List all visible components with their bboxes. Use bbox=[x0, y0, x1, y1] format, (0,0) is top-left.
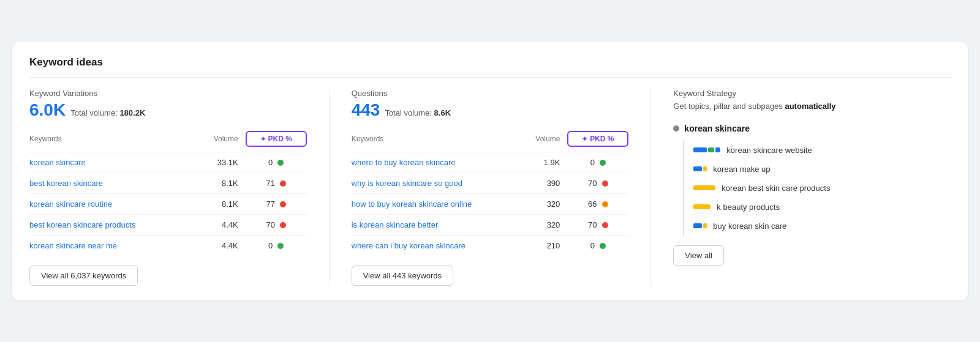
variations-section: Keyword Variations 6.0K Total volume: 18… bbox=[29, 89, 330, 286]
strategy-item: buy korean skin care bbox=[684, 217, 951, 236]
bar-segment bbox=[693, 185, 715, 190]
volume-value: 1.9K bbox=[523, 158, 560, 167]
questions-stat: 443 Total volume: 8.6K bbox=[352, 100, 629, 120]
pkd-number: 0 bbox=[590, 158, 595, 167]
strategy-item-label: buy korean skin care bbox=[713, 221, 786, 231]
pkd-dot-icon bbox=[600, 160, 606, 166]
bar-segment bbox=[703, 166, 707, 171]
volume-value: 8.1K bbox=[202, 199, 238, 209]
questions-label: Questions bbox=[352, 89, 629, 98]
keyword-link[interactable]: korean skincare bbox=[29, 158, 202, 167]
pkd-dot-icon bbox=[602, 201, 608, 207]
pkd-cell: 0 bbox=[246, 241, 307, 250]
pkd-dot-icon bbox=[280, 201, 286, 207]
card-title: Keyword ideas bbox=[29, 56, 951, 78]
questions-col-volume: Volume bbox=[523, 135, 560, 143]
keyword-link[interactable]: best korean skincare products bbox=[29, 220, 202, 229]
volume-value: 33.1K bbox=[202, 158, 238, 167]
volume-value: 210 bbox=[523, 241, 560, 250]
keyword-link[interactable]: where to buy korean skincare bbox=[352, 158, 524, 167]
table-row: korean skincare near me 4.4K 0 bbox=[29, 236, 307, 256]
variations-count: 6.0K bbox=[29, 100, 66, 120]
pkd-dot-icon bbox=[602, 180, 608, 187]
table-row: best korean skincare 8.1K 71 bbox=[29, 173, 307, 194]
strategy-label: Keyword Strategy bbox=[673, 89, 951, 98]
variations-label: Keyword Variations bbox=[29, 89, 307, 98]
bar-chart bbox=[693, 166, 707, 171]
root-label: korean skincare bbox=[684, 124, 750, 133]
pkd-cell: 70 bbox=[567, 179, 628, 188]
pkd-number: 66 bbox=[588, 199, 597, 209]
questions-count: 443 bbox=[352, 100, 380, 120]
table-row: where can i buy korean skincare 210 0 bbox=[352, 236, 629, 256]
table-row: how to buy korean skincare online 320 66 bbox=[352, 194, 629, 215]
keyword-link[interactable]: how to buy korean skincare online bbox=[352, 199, 524, 209]
strategy-item-label: korean best skin care products bbox=[722, 184, 830, 193]
keyword-link[interactable]: where can i buy korean skincare bbox=[352, 241, 524, 250]
questions-table: Keywords Volume ✦ PKD % where to buy kor… bbox=[352, 131, 629, 256]
table-row: why is korean skincare so good 390 70 bbox=[352, 173, 629, 194]
keyword-link[interactable]: why is korean skincare so good bbox=[352, 179, 524, 188]
bar-segment bbox=[693, 223, 702, 228]
volume-value: 320 bbox=[523, 220, 560, 229]
pkd-icon-v: ✦ bbox=[260, 135, 266, 143]
bar-chart bbox=[693, 204, 710, 209]
pkd-cell: 70 bbox=[567, 220, 628, 229]
strategy-item-label: korean skincare website bbox=[726, 146, 812, 155]
keyword-link[interactable]: best korean skincare bbox=[29, 179, 202, 188]
variations-stat: 6.0K Total volume: 180.2K bbox=[29, 100, 307, 120]
root-dot-icon bbox=[673, 125, 679, 132]
variations-table-header: Keywords Volume ✦ PKD % bbox=[29, 131, 307, 152]
volume-value: 390 bbox=[523, 179, 560, 188]
variations-volume: Total volume: 180.2K bbox=[70, 108, 145, 117]
keyword-ideas-card: Keyword ideas Keyword Variations 6.0K To… bbox=[12, 42, 968, 300]
pkd-cell: 77 bbox=[246, 199, 307, 209]
questions-col-pkd: ✦ PKD % bbox=[567, 131, 628, 147]
questions-volume: Total volume: 8.6K bbox=[385, 108, 451, 117]
keyword-link[interactable]: korean skincare routine bbox=[29, 199, 202, 209]
volume-value: 4.4K bbox=[202, 220, 238, 229]
variations-view-all-button[interactable]: View all 6,037 keywords bbox=[29, 266, 138, 286]
pkd-icon-q: ✦ bbox=[582, 135, 587, 143]
questions-view-all-button[interactable]: View all 443 keywords bbox=[352, 266, 453, 286]
strategy-section: Keyword Strategy Get topics, pillar and … bbox=[673, 89, 951, 286]
pkd-dot-icon bbox=[277, 243, 284, 249]
pkd-number: 77 bbox=[266, 199, 274, 209]
table-row: korean skincare routine 8.1K 77 bbox=[29, 194, 307, 215]
pkd-number: 0 bbox=[590, 241, 595, 250]
pkd-cell: 0 bbox=[567, 241, 628, 250]
pkd-dot-icon bbox=[602, 222, 608, 228]
bar-segment bbox=[703, 223, 707, 228]
table-row: is korean skincare better 320 70 bbox=[352, 215, 629, 236]
strategy-items: korean skincare website korean make up k… bbox=[683, 141, 951, 236]
keyword-link[interactable]: korean skincare near me bbox=[29, 241, 202, 250]
bar-segment bbox=[708, 147, 714, 152]
bar-chart bbox=[693, 223, 707, 228]
bar-segment bbox=[693, 204, 710, 209]
strategy-view-all-button[interactable]: View all bbox=[673, 245, 724, 266]
keyword-link[interactable]: is korean skincare better bbox=[352, 220, 524, 229]
table-row: best korean skincare products 4.4K 70 bbox=[29, 215, 307, 236]
pkd-dot-icon bbox=[280, 180, 286, 187]
variations-col-keywords: Keywords bbox=[29, 135, 202, 143]
pkd-dot-icon bbox=[277, 160, 284, 166]
bar-chart bbox=[693, 185, 715, 190]
pkd-number: 70 bbox=[266, 220, 274, 229]
questions-rows: where to buy korean skincare 1.9K 0 why … bbox=[352, 152, 629, 256]
variations-table: Keywords Volume ✦ PKD % korean skincare … bbox=[29, 131, 307, 256]
questions-section: Questions 443 Total volume: 8.6K Keyword… bbox=[352, 89, 652, 286]
bar-segment bbox=[693, 147, 707, 152]
strategy-item: korean best skin care products bbox=[684, 179, 951, 198]
volume-value: 320 bbox=[523, 199, 560, 209]
pkd-dot-icon bbox=[280, 222, 286, 228]
pkd-cell: 66 bbox=[567, 199, 628, 209]
pkd-number: 70 bbox=[588, 220, 597, 229]
bar-segment bbox=[693, 166, 702, 171]
strategy-item-label: korean make up bbox=[713, 165, 770, 174]
table-row: korean skincare 33.1K 0 bbox=[29, 152, 307, 173]
bar-segment bbox=[715, 147, 720, 152]
questions-table-header: Keywords Volume ✦ PKD % bbox=[352, 131, 629, 152]
pkd-cell: 71 bbox=[246, 179, 307, 188]
pkd-dot-icon bbox=[600, 243, 606, 249]
questions-col-keywords: Keywords bbox=[352, 135, 524, 143]
